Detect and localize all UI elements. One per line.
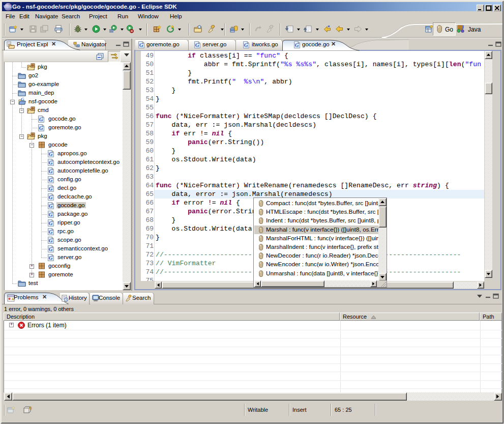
svg-text:J: J <box>461 24 464 30</box>
svg-text:0: 0 <box>29 406 32 411</box>
